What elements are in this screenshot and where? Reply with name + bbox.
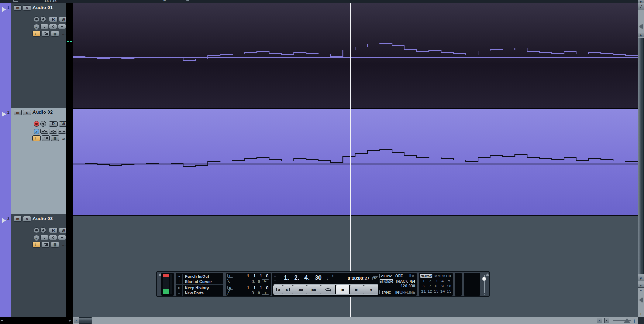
write-automation-button[interactable]: W (59, 17, 66, 22)
scroll-down-icon[interactable]: ∨ (638, 276, 644, 281)
musical-timebase-button[interactable]: ♩ (32, 31, 41, 37)
punch-out-icon[interactable]: ▪II (262, 291, 269, 295)
position-format-arrows-icon[interactable]: ▲▼ (332, 274, 334, 278)
pre-roll-value[interactable]: 0. 0 (252, 279, 260, 284)
track-header-audio-01[interactable]: 1Audio 01msRWe♩▥∞ (0, 3, 66, 108)
marker-button-6[interactable]: 6 (420, 284, 427, 289)
right-locator-value[interactable]: 1. 1. 1. 0 (247, 286, 268, 290)
zoom-preset-button[interactable]: ╱ (638, 4, 644, 10)
zoom-in-label[interactable]: + (638, 312, 644, 316)
link-channel-icon[interactable]: ∞ (62, 136, 66, 141)
marker-button-12[interactable]: 12 (427, 289, 433, 294)
track-color-strip[interactable]: 1 (0, 3, 11, 108)
expand-track-icon[interactable] (2, 7, 6, 12)
add-track-icon[interactable]: + (163, 0, 166, 3)
horizontal-scrollbar[interactable]: ‹ › ▾ − + (73, 317, 638, 324)
read-automation-button[interactable]: R (49, 121, 58, 127)
scroll-left-icon[interactable]: ‹ (74, 318, 79, 323)
menu-item-punch-in-out[interactable]: ●Punch In/Out (176, 274, 223, 279)
record-enable-button[interactable] (34, 121, 39, 127)
show-markers-button[interactable]: SHOW (420, 274, 433, 278)
monitor-button[interactable] (40, 16, 46, 22)
edit-channel-button[interactable]: e (34, 235, 39, 241)
mute-button[interactable]: m (14, 216, 22, 222)
scroll-up-icon[interactable]: ∧ (638, 33, 644, 37)
lock-button[interactable] (42, 242, 50, 248)
click-state[interactable]: OFF (395, 274, 403, 278)
mute-button[interactable]: m (14, 5, 22, 11)
search-icon[interactable] (186, 0, 189, 1)
scroll-right-icon[interactable]: › (597, 318, 602, 323)
lanes-button[interactable]: ▥ (51, 135, 59, 141)
click-button[interactable]: CLICK (379, 274, 393, 278)
horizontal-zoom-slider[interactable] (624, 318, 630, 323)
eq-state-button[interactable] (49, 129, 57, 134)
record-enable-button[interactable] (34, 16, 39, 22)
vertical-scrollbar[interactable]: ∨ ╱ ∧ ∨ ▾ − + (638, 0, 644, 317)
link-channel-icon[interactable]: ∞ (62, 243, 66, 248)
time-signature[interactable]: 4/4 (410, 279, 415, 283)
collapse-handle-icon[interactable] (486, 273, 489, 276)
track-color-strip[interactable]: 3 (0, 214, 11, 317)
marker-button-5[interactable]: 5 (446, 279, 452, 284)
menu-item-new-parts[interactable]: ≣New Parts (176, 290, 223, 296)
marker-button-8[interactable]: 8 (433, 284, 439, 289)
mute-button[interactable]: m (14, 110, 22, 115)
divider-handle[interactable] (1, 320, 3, 321)
punch-in-icon[interactable]: II▸ (262, 279, 269, 283)
inserts-state-button[interactable] (40, 24, 48, 29)
write-automation-button[interactable]: W (59, 228, 66, 233)
link-channel-icon[interactable]: ∞ (62, 32, 66, 37)
musical-timebase-button[interactable]: ♩ (32, 242, 41, 248)
tempo-mode[interactable]: TRACK (395, 279, 408, 283)
position-nudge-buttons[interactable]: +− (274, 274, 276, 282)
slider-knob[interactable] (482, 277, 486, 281)
track-name[interactable]: Audio 03 (32, 216, 53, 221)
audio-event-track1[interactable] (73, 3, 638, 108)
waveform-zoom-slider[interactable] (639, 24, 643, 29)
track-name[interactable]: Audio 01 (32, 5, 53, 10)
marker-button-11[interactable]: 11 (420, 289, 427, 294)
song-position-display[interactable]: 1. 2. 4. 30 (284, 274, 322, 282)
expand-down-icon[interactable] (68, 320, 72, 322)
track-list-menu-icon[interactable] (13, 0, 18, 2)
record-enable-button[interactable] (34, 227, 39, 233)
metronome-icon[interactable]: II✳ (409, 274, 414, 278)
zoom-out-label[interactable]: − (610, 318, 613, 324)
marker-button-1[interactable]: 1 (420, 279, 427, 284)
rewind-button[interactable]: ◀◀ (293, 285, 307, 294)
track-list-divider[interactable] (66, 3, 73, 317)
marker-button-9[interactable]: 9 (440, 284, 446, 289)
read-automation-button[interactable]: R (49, 17, 58, 22)
track-header-audio-02[interactable]: 2Audio 02msRWe♩▥∞ (0, 108, 66, 214)
goto-end-button[interactable]: ▶ (283, 285, 292, 294)
eq-state-button[interactable] (49, 235, 57, 240)
tempo-bpm[interactable]: 120.000 (400, 284, 415, 288)
expand-track-icon[interactable] (2, 112, 6, 117)
lock-button[interactable] (42, 31, 50, 37)
inserts-state-button[interactable] (40, 129, 48, 134)
solo-button[interactable]: s (23, 216, 31, 222)
write-automation-button[interactable]: W (59, 121, 66, 127)
lanes-button[interactable]: ▥ (51, 242, 59, 248)
edit-channel-button[interactable]: e (34, 129, 39, 134)
expand-track-icon[interactable] (2, 218, 6, 223)
monitor-button[interactable] (40, 227, 46, 233)
zoom-menu-icon[interactable]: ▾ (638, 284, 644, 288)
transport-panel[interactable]: ●Punch In/Out⊤Start at Cursor►Keep Histo… (156, 271, 490, 297)
sync-button[interactable]: SYNC (379, 290, 393, 294)
sends-state-button[interactable] (58, 24, 66, 29)
timecode-display[interactable]: 0:00:00:27 (338, 276, 369, 281)
marker-button-2[interactable]: 2 (427, 279, 433, 284)
monitor-button[interactable] (40, 121, 46, 127)
project-cursor[interactable] (350, 3, 351, 317)
track-color-strip[interactable]: 2 (0, 108, 11, 214)
left-locator-button[interactable]: L (227, 274, 233, 278)
eq-state-button[interactable] (49, 24, 57, 29)
edit-channel-button[interactable]: e (34, 24, 39, 30)
goto-start-button[interactable]: ◀ (273, 285, 283, 294)
marker-button-4[interactable]: 4 (440, 279, 446, 284)
stop-button[interactable]: ■ (336, 285, 349, 294)
output-level-slider[interactable] (482, 273, 487, 296)
track-header-audio-03[interactable]: 3Audio 03msRWe♩▥∞ (0, 214, 66, 317)
